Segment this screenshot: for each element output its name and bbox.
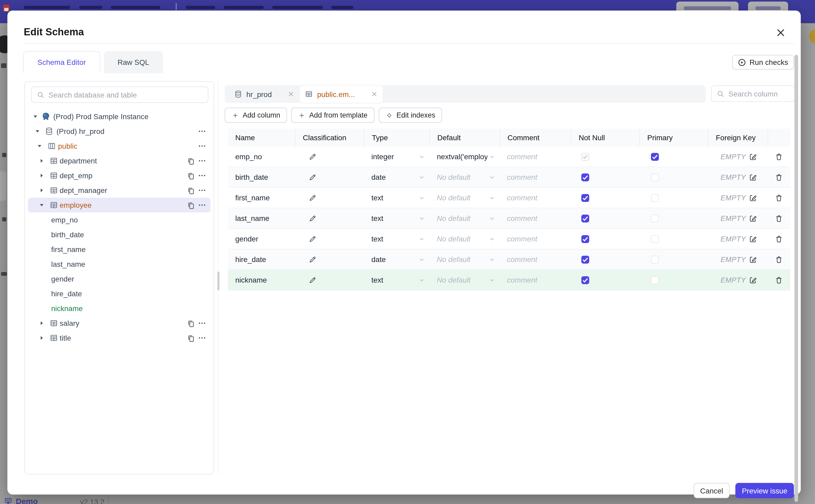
cancel-button[interactable]: Cancel (694, 483, 730, 498)
not-null-checkbox[interactable] (581, 235, 589, 243)
classification-edit-icon[interactable] (308, 153, 316, 161)
more-actions-icon[interactable] (198, 334, 206, 342)
more-actions-icon[interactable] (198, 171, 206, 180)
copy-icon[interactable] (187, 186, 195, 194)
more-actions-icon[interactable] (198, 142, 206, 150)
chevron-right-caret-icon[interactable] (38, 320, 45, 326)
chevron-right-caret-icon[interactable] (38, 158, 45, 164)
more-actions-icon[interactable] (198, 186, 206, 195)
foreign-key-cell[interactable]: EMPTY (708, 270, 768, 290)
primary-checkbox[interactable] (651, 235, 659, 243)
tree-item-last_name[interactable]: last_name (28, 257, 210, 272)
chevron-right-caret-icon[interactable] (38, 335, 45, 341)
copy-icon[interactable] (187, 201, 195, 209)
edit-foreign-key-icon[interactable] (749, 153, 757, 161)
copy-icon[interactable] (187, 172, 195, 180)
chevron-right-caret-icon[interactable] (38, 172, 45, 179)
foreign-key-cell[interactable]: EMPTY (708, 167, 768, 187)
column-name-value[interactable]: nickname (235, 276, 267, 284)
tree-item-birth_date[interactable]: birth_date (28, 227, 210, 242)
delete-column-icon[interactable] (775, 173, 783, 181)
chevron-down-caret-icon[interactable] (36, 143, 43, 149)
default-select[interactable]: No default (430, 208, 500, 228)
default-select[interactable]: nextval('employ (430, 147, 500, 167)
more-actions-icon[interactable] (198, 201, 206, 209)
more-actions-icon[interactable] (198, 319, 206, 327)
type-select[interactable]: text (364, 188, 430, 208)
edit-foreign-key-icon[interactable] (749, 235, 757, 243)
classification-edit-icon[interactable] (308, 214, 316, 222)
classification-edit-icon[interactable] (308, 276, 316, 284)
not-null-checkbox[interactable] (581, 173, 589, 181)
close-icon[interactable] (775, 27, 786, 38)
type-select[interactable]: date (364, 167, 430, 187)
primary-checkbox[interactable] (651, 173, 659, 181)
primary-checkbox[interactable] (651, 214, 659, 222)
classification-edit-icon[interactable] (308, 173, 316, 181)
tree-item-dept_manager[interactable]: dept_manager (28, 183, 210, 198)
type-select[interactable]: text (364, 208, 430, 228)
tree-item-dept_emp[interactable]: dept_emp (28, 168, 210, 183)
add-from-template-button[interactable]: Add from template (291, 108, 374, 123)
edit-foreign-key-icon[interactable] (749, 173, 757, 181)
modal-scrollbar[interactable] (794, 55, 798, 502)
comment-input[interactable]: comment (500, 167, 571, 187)
copy-icon[interactable] (187, 319, 195, 327)
tree-item-hire_date[interactable]: hire_date (28, 286, 210, 301)
foreign-key-cell[interactable]: EMPTY (708, 229, 768, 249)
column-name-value[interactable]: emp_no (235, 152, 262, 161)
tree-item-emp_no[interactable]: emp_no (28, 212, 210, 227)
chevron-down-caret-icon[interactable] (32, 113, 38, 120)
tree-item-nickname[interactable]: nickname (28, 301, 210, 316)
primary-checkbox[interactable] (651, 255, 659, 263)
close-tab-icon[interactable] (288, 91, 294, 98)
not-null-checkbox[interactable] (581, 276, 589, 284)
classification-edit-icon[interactable] (308, 235, 316, 243)
default-select[interactable]: No default (430, 188, 500, 208)
default-select[interactable]: No default (430, 270, 500, 290)
delete-column-icon[interactable] (775, 194, 783, 202)
column-name-value[interactable]: gender (235, 235, 258, 243)
run-checks-button[interactable]: Run checks (732, 55, 794, 70)
more-actions-icon[interactable] (198, 157, 206, 165)
tree-item-public[interactable]: public (28, 139, 210, 153)
primary-checkbox[interactable] (651, 194, 659, 202)
tree-item-first_name[interactable]: first_name (28, 242, 210, 257)
column-name-value[interactable]: last_name (235, 214, 269, 222)
edit-foreign-key-icon[interactable] (749, 276, 757, 284)
chevron-right-caret-icon[interactable] (38, 187, 45, 193)
tree-item-gender[interactable]: gender (28, 272, 210, 286)
edit-foreign-key-icon[interactable] (749, 194, 757, 202)
panel-resize-handle[interactable] (217, 272, 219, 290)
edit-foreign-key-icon[interactable] (749, 214, 757, 222)
tab-chip-public-employee[interactable]: public.em... (300, 85, 383, 103)
chevron-down-caret-icon[interactable] (38, 202, 45, 208)
tree-item-title[interactable]: title (28, 331, 210, 345)
default-select[interactable]: No default (430, 167, 500, 187)
comment-input[interactable]: comment (500, 270, 571, 290)
type-select[interactable]: date (364, 249, 430, 269)
tree-item-department[interactable]: department (28, 153, 210, 168)
copy-icon[interactable] (187, 334, 195, 342)
default-select[interactable]: No default (430, 249, 500, 269)
delete-column-icon[interactable] (775, 153, 783, 161)
foreign-key-cell[interactable]: EMPTY (708, 249, 768, 269)
tree-item-salary[interactable]: salary (28, 316, 210, 331)
more-actions-icon[interactable] (198, 127, 206, 135)
comment-input[interactable]: comment (500, 188, 571, 208)
chevron-down-caret-icon[interactable] (34, 128, 41, 134)
tree-item--prod-hr_prod[interactable]: (Prod) hr_prod (28, 124, 210, 139)
delete-column-icon[interactable] (775, 276, 783, 284)
foreign-key-cell[interactable]: EMPTY (708, 147, 768, 167)
type-select[interactable]: integer (364, 147, 430, 167)
column-name-value[interactable]: birth_date (235, 173, 268, 181)
delete-column-icon[interactable] (775, 255, 783, 263)
column-search-input[interactable]: Search column (711, 85, 795, 102)
not-null-checkbox[interactable] (581, 255, 589, 263)
column-name-value[interactable]: first_name (235, 193, 270, 202)
comment-input[interactable]: comment (500, 147, 571, 167)
preview-issue-button[interactable]: Preview issue (735, 483, 794, 498)
not-null-checkbox[interactable] (581, 214, 589, 222)
edit-indexes-button[interactable]: Edit indexes (378, 108, 442, 123)
classification-edit-icon[interactable] (308, 194, 316, 202)
